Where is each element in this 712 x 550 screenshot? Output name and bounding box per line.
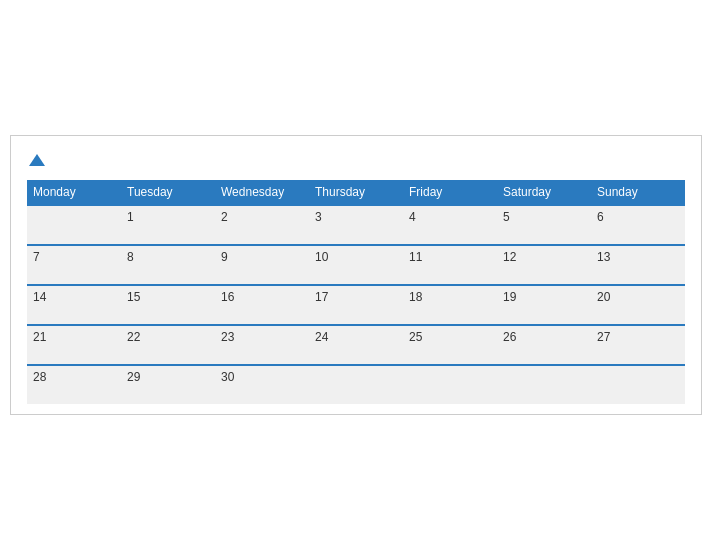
day-cell: 19 bbox=[497, 285, 591, 325]
day-cell: 10 bbox=[309, 245, 403, 285]
day-cell: 4 bbox=[403, 205, 497, 245]
day-number: 6 bbox=[597, 210, 604, 224]
day-cell: 27 bbox=[591, 325, 685, 365]
weekday-header-sunday: Sunday bbox=[591, 180, 685, 205]
logo-area bbox=[27, 152, 45, 170]
day-number: 26 bbox=[503, 330, 516, 344]
weekday-header-tuesday: Tuesday bbox=[121, 180, 215, 205]
day-number: 10 bbox=[315, 250, 328, 264]
day-cell: 22 bbox=[121, 325, 215, 365]
day-cell: 29 bbox=[121, 365, 215, 404]
day-number: 7 bbox=[33, 250, 40, 264]
day-cell: 26 bbox=[497, 325, 591, 365]
day-cell: 17 bbox=[309, 285, 403, 325]
weekday-header-monday: Monday bbox=[27, 180, 121, 205]
day-number: 22 bbox=[127, 330, 140, 344]
week-row-2: 14151617181920 bbox=[27, 285, 685, 325]
day-cell: 18 bbox=[403, 285, 497, 325]
day-number: 27 bbox=[597, 330, 610, 344]
day-number: 30 bbox=[221, 370, 234, 384]
day-cell: 28 bbox=[27, 365, 121, 404]
weekday-header-wednesday: Wednesday bbox=[215, 180, 309, 205]
day-cell bbox=[497, 365, 591, 404]
day-cell bbox=[403, 365, 497, 404]
day-number: 14 bbox=[33, 290, 46, 304]
day-number: 4 bbox=[409, 210, 416, 224]
week-row-3: 21222324252627 bbox=[27, 325, 685, 365]
week-row-4: 282930 bbox=[27, 365, 685, 404]
day-number: 5 bbox=[503, 210, 510, 224]
day-number: 12 bbox=[503, 250, 516, 264]
day-cell: 23 bbox=[215, 325, 309, 365]
day-number: 9 bbox=[221, 250, 228, 264]
day-number: 18 bbox=[409, 290, 422, 304]
week-row-0: 123456 bbox=[27, 205, 685, 245]
day-cell: 5 bbox=[497, 205, 591, 245]
day-number: 28 bbox=[33, 370, 46, 384]
day-cell: 16 bbox=[215, 285, 309, 325]
weekday-header-thursday: Thursday bbox=[309, 180, 403, 205]
calendar-thead: MondayTuesdayWednesdayThursdayFridaySatu… bbox=[27, 180, 685, 205]
day-cell: 14 bbox=[27, 285, 121, 325]
day-number: 29 bbox=[127, 370, 140, 384]
day-cell: 8 bbox=[121, 245, 215, 285]
weekday-header-row: MondayTuesdayWednesdayThursdayFridaySatu… bbox=[27, 180, 685, 205]
calendar-container: MondayTuesdayWednesdayThursdayFridaySatu… bbox=[10, 135, 702, 415]
day-cell: 20 bbox=[591, 285, 685, 325]
calendar-header bbox=[27, 152, 685, 170]
day-cell: 9 bbox=[215, 245, 309, 285]
day-cell: 25 bbox=[403, 325, 497, 365]
day-number: 8 bbox=[127, 250, 134, 264]
day-number: 20 bbox=[597, 290, 610, 304]
day-number: 24 bbox=[315, 330, 328, 344]
day-cell: 3 bbox=[309, 205, 403, 245]
calendar-body: 1234567891011121314151617181920212223242… bbox=[27, 205, 685, 404]
day-cell: 6 bbox=[591, 205, 685, 245]
day-cell: 21 bbox=[27, 325, 121, 365]
day-number: 2 bbox=[221, 210, 228, 224]
day-cell: 24 bbox=[309, 325, 403, 365]
day-number: 11 bbox=[409, 250, 422, 264]
day-cell: 12 bbox=[497, 245, 591, 285]
day-number: 17 bbox=[315, 290, 328, 304]
day-number: 1 bbox=[127, 210, 134, 224]
logo-triangle-icon bbox=[29, 154, 45, 166]
weekday-header-friday: Friday bbox=[403, 180, 497, 205]
day-cell bbox=[591, 365, 685, 404]
day-number: 16 bbox=[221, 290, 234, 304]
week-row-1: 78910111213 bbox=[27, 245, 685, 285]
day-number: 23 bbox=[221, 330, 234, 344]
day-number: 15 bbox=[127, 290, 140, 304]
day-number: 21 bbox=[33, 330, 46, 344]
day-cell bbox=[309, 365, 403, 404]
day-cell: 11 bbox=[403, 245, 497, 285]
day-number: 3 bbox=[315, 210, 322, 224]
calendar-table: MondayTuesdayWednesdayThursdayFridaySatu… bbox=[27, 180, 685, 404]
day-cell: 15 bbox=[121, 285, 215, 325]
day-number: 13 bbox=[597, 250, 610, 264]
day-cell bbox=[27, 205, 121, 245]
logo-general-text bbox=[27, 152, 45, 170]
day-number: 25 bbox=[409, 330, 422, 344]
day-cell: 13 bbox=[591, 245, 685, 285]
day-cell: 2 bbox=[215, 205, 309, 245]
weekday-header-saturday: Saturday bbox=[497, 180, 591, 205]
day-cell: 1 bbox=[121, 205, 215, 245]
day-cell: 30 bbox=[215, 365, 309, 404]
day-number: 19 bbox=[503, 290, 516, 304]
day-cell: 7 bbox=[27, 245, 121, 285]
